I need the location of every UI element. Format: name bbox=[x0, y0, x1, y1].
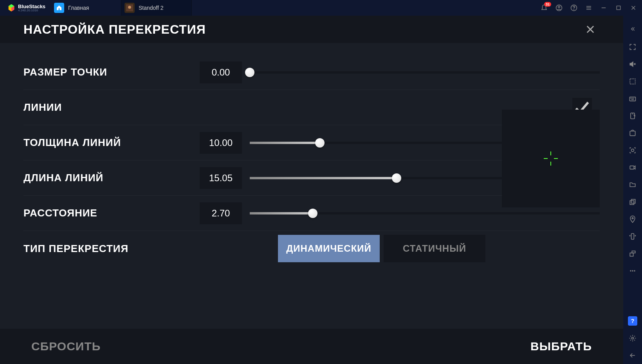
svg-rect-27 bbox=[630, 166, 634, 169]
svg-rect-28 bbox=[630, 201, 634, 205]
svg-point-20 bbox=[632, 98, 633, 99]
footer: СБРОСИТЬ ВЫБРАТЬ bbox=[0, 329, 623, 364]
content: НАСТРОЙКА ПЕРЕКРЕСТИЯ РАЗМЕР ТОЧКИ 0.00 … bbox=[0, 16, 623, 364]
shake-icon[interactable] bbox=[623, 228, 642, 245]
minimize-icon[interactable] bbox=[600, 4, 608, 12]
svg-rect-31 bbox=[631, 234, 634, 240]
svg-rect-32 bbox=[630, 253, 633, 256]
setting-label: ТОЛЩИНА ЛИНИЙ bbox=[23, 137, 200, 149]
type-btn-dynamic[interactable]: ДИНАМИЧЕСКИЙ bbox=[278, 235, 380, 262]
svg-rect-17 bbox=[630, 79, 635, 84]
slider-distance[interactable] bbox=[250, 212, 600, 214]
multi-instance-icon[interactable] bbox=[623, 193, 642, 211]
setting-label: ДЛИНА ЛИНИЙ bbox=[23, 172, 200, 184]
camera-icon[interactable] bbox=[623, 142, 642, 159]
svg-rect-25 bbox=[630, 131, 635, 136]
notification-bell-icon[interactable]: 31 bbox=[540, 4, 548, 12]
back-icon[interactable] bbox=[623, 347, 642, 364]
game-icon bbox=[124, 3, 135, 13]
account-icon[interactable] bbox=[555, 4, 563, 12]
setting-dot-size: РАЗМЕР ТОЧКИ 0.00 bbox=[23, 55, 600, 90]
svg-point-5 bbox=[574, 9, 574, 10]
value-display: 2.70 bbox=[200, 202, 242, 224]
keyboard-icon[interactable] bbox=[623, 90, 642, 107]
svg-point-21 bbox=[633, 98, 634, 99]
location-icon[interactable] bbox=[623, 211, 642, 228]
svg-point-37 bbox=[632, 337, 634, 339]
more-icon[interactable] bbox=[623, 262, 642, 279]
value-display: 10.00 bbox=[200, 132, 242, 154]
svg-rect-10 bbox=[617, 6, 620, 9]
selection-icon[interactable] bbox=[623, 73, 642, 90]
tab-home[interactable]: Главная bbox=[51, 0, 121, 16]
volume-mute-icon[interactable] bbox=[623, 56, 642, 73]
slider-handle[interactable] bbox=[245, 68, 254, 77]
svg-point-1 bbox=[128, 6, 131, 9]
value-display: 0.00 bbox=[200, 61, 242, 83]
settings-header: НАСТРОЙКА ПЕРЕКРЕСТИЯ bbox=[0, 16, 623, 43]
help-icon[interactable] bbox=[570, 4, 578, 12]
settings-body: РАЗМЕР ТОЧКИ 0.00 ЛИНИИ ТОЛЩИНА ЛИНИЙ 10… bbox=[0, 43, 623, 329]
setting-label: РАЗМЕР ТОЧКИ bbox=[23, 66, 200, 78]
install-apk-icon[interactable] bbox=[623, 107, 642, 124]
fullscreen-icon[interactable] bbox=[623, 38, 642, 56]
svg-rect-29 bbox=[631, 199, 635, 203]
svg-point-35 bbox=[632, 270, 633, 271]
tab-label: Главная bbox=[68, 5, 89, 11]
tab-label: Standoff 2 bbox=[139, 5, 164, 11]
slider-fill bbox=[250, 177, 397, 179]
slider-fill bbox=[250, 212, 313, 214]
svg-point-36 bbox=[634, 270, 635, 271]
type-btn-static[interactable]: СТАТИЧНЫЙ bbox=[384, 235, 485, 262]
collapse-sidebar-icon[interactable] bbox=[623, 20, 642, 38]
close-window-icon[interactable] bbox=[629, 4, 637, 12]
notification-badge: 31 bbox=[544, 2, 551, 7]
select-button[interactable]: ВЫБРАТЬ bbox=[530, 340, 592, 353]
slider-handle[interactable] bbox=[392, 173, 401, 183]
svg-rect-33 bbox=[632, 251, 635, 253]
svg-point-30 bbox=[632, 218, 633, 219]
app-logo: BlueStacks 4.240.20.1016 bbox=[0, 4, 51, 12]
slider-handle[interactable] bbox=[315, 138, 325, 148]
reset-button[interactable]: СБРОСИТЬ bbox=[31, 340, 101, 353]
crosshair-icon bbox=[543, 151, 559, 166]
svg-point-34 bbox=[630, 270, 631, 271]
close-icon[interactable] bbox=[581, 24, 600, 35]
crosshair-preview bbox=[502, 110, 600, 207]
home-icon bbox=[54, 3, 64, 13]
screenshot-icon[interactable] bbox=[623, 124, 642, 142]
svg-rect-18 bbox=[630, 97, 636, 101]
help-button[interactable]: ? bbox=[628, 316, 637, 326]
right-sidebar: ? bbox=[623, 16, 642, 364]
slider-handle[interactable] bbox=[308, 209, 317, 218]
folder-icon[interactable] bbox=[623, 176, 642, 193]
value-display: 15.05 bbox=[200, 167, 242, 189]
app-name: BlueStacks bbox=[18, 4, 45, 9]
setting-label: ЛИНИИ bbox=[23, 101, 200, 114]
rotate-icon[interactable] bbox=[623, 245, 642, 262]
setting-crosshair-type: ТИП ПЕРЕКРЕСТИЯ ДИНАМИЧЕСКИЙ СТАТИЧНЫЙ bbox=[23, 231, 600, 266]
titlebar: BlueStacks 4.240.20.1016 Главная Standof… bbox=[0, 0, 642, 16]
tab-standoff-2[interactable]: Standoff 2 bbox=[121, 0, 192, 16]
setting-label: ТИП ПЕРЕКРЕСТИЯ bbox=[23, 243, 200, 255]
page-title: НАСТРОЙКА ПЕРЕКРЕСТИЯ bbox=[23, 22, 206, 37]
slider-fill bbox=[250, 142, 320, 144]
menu-icon[interactable] bbox=[585, 4, 593, 12]
svg-point-3 bbox=[558, 6, 560, 8]
record-icon[interactable] bbox=[623, 159, 642, 176]
bluestacks-logo-icon bbox=[7, 4, 16, 12]
app-version: 4.240.20.1016 bbox=[18, 9, 45, 12]
settings-icon[interactable] bbox=[623, 330, 642, 347]
svg-point-26 bbox=[631, 149, 634, 152]
svg-point-19 bbox=[631, 98, 631, 99]
slider-dot-size[interactable] bbox=[250, 71, 600, 74]
maximize-icon[interactable] bbox=[615, 4, 622, 12]
setting-label: РАССТОЯНИЕ bbox=[23, 207, 200, 219]
titlebar-controls: 31 bbox=[540, 4, 642, 12]
